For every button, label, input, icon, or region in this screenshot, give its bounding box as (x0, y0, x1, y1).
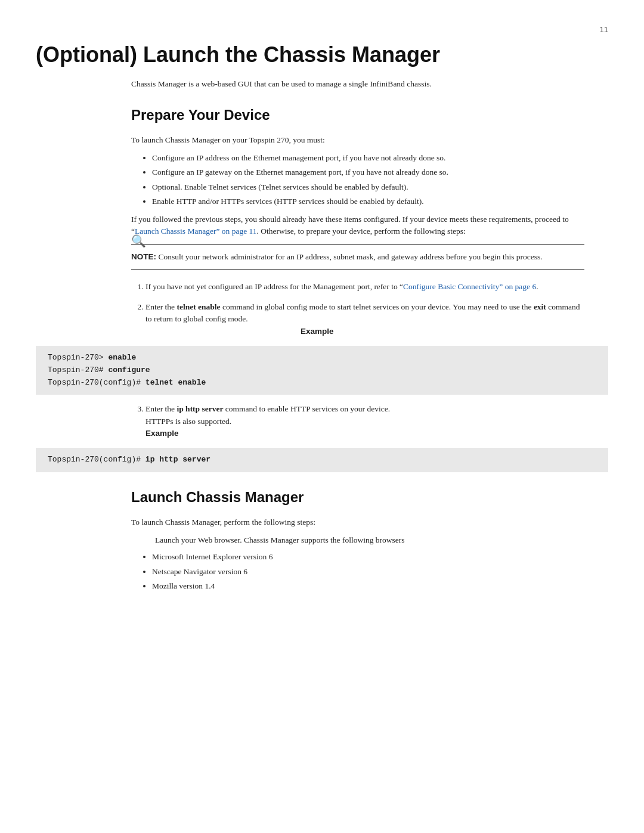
step-2-text: Enter the (145, 302, 177, 311)
step-1-text-before: If you have not yet configured an IP add… (145, 282, 403, 291)
launch-sub-intro: Launch your Web browser. Chassis Manager… (155, 534, 584, 546)
step-3-text2: command to enable HTTP services on your … (223, 404, 390, 413)
chapter-intro: Chassis Manager is a web-based GUI that … (131, 78, 608, 90)
code-block-1: Topspin-270> enable Topspin-270# configu… (36, 346, 608, 395)
note-label: NOTE: (131, 252, 156, 261)
browser-list: Microsoft Internet Explorer version 6 Ne… (152, 551, 584, 592)
browser-item: Netscape Navigator version 6 (152, 566, 584, 578)
step-3-cmd: ip http server (177, 404, 223, 413)
prepare-intro: To launch Chassis Manager on your Topspi… (131, 134, 584, 146)
step-1-link[interactable]: Configure Basic Connectivity” on page 6 (403, 282, 536, 291)
follow-text-after: . Otherwise, to prepare your device, per… (257, 227, 466, 236)
bullet-item: Enable HTTP and/or HTTPs services (HTTP … (152, 196, 584, 208)
page-number: 11 (36, 24, 608, 36)
bullet-item: Optional. Enable Telnet services (Telnet… (152, 181, 584, 193)
prepare-device-heading: Prepare Your Device (131, 104, 608, 126)
example-label-2: Example (145, 428, 584, 439)
launch-chassis-heading: Launch Chassis Manager (131, 487, 608, 508)
follow-text: If you followed the previous steps, you … (131, 213, 584, 238)
prepare-bullets: Configure an IP address on the Ethernet … (152, 152, 584, 208)
note-box: 🔍 NOTE: Consult your network administrat… (131, 244, 584, 270)
launch-intro: To launch Chassis Manager, perform the f… (131, 516, 584, 528)
browser-item: Mozilla version 1.4 (152, 580, 584, 592)
step-1: If you have not yet configured an IP add… (145, 281, 584, 293)
code-line-1-normal: Topspin-270> (48, 353, 108, 362)
browser-item: Microsoft Internet Explorer version 6 (152, 551, 584, 563)
note-text: NOTE: Consult your network administrator… (131, 251, 584, 263)
code2-line-1-normal: Topspin-270(config)# (48, 455, 145, 464)
step-3-text: Enter the (145, 404, 177, 413)
step-2-cmd1: telnet enable (177, 302, 220, 311)
step-2-cmd2: exit (534, 302, 546, 311)
code-line-1-bold: enable (108, 353, 136, 362)
chapter-title: (Optional) Launch the Chassis Manager (36, 42, 608, 67)
step-2: Enter the telnet enable command in globa… (145, 301, 584, 337)
note-body: Consult your network administrator for a… (156, 252, 543, 261)
code-line-3-bold: telnet enable (145, 378, 206, 387)
code2-line-1-bold: ip http server (145, 455, 210, 464)
step-1-text-after: . (536, 282, 538, 291)
code-line-2-normal: Topspin-270# (48, 366, 108, 374)
steps-list-2: Enter the ip http server command to enab… (131, 403, 584, 439)
step-2-text2: command in global config mode to start t… (221, 302, 534, 311)
follow-link[interactable]: Launch Chassis Manager” on page 11 (135, 227, 257, 236)
note-icon: 🔍 (131, 232, 146, 250)
step-3: Enter the ip http server command to enab… (145, 403, 584, 439)
steps-list: If you have not yet configured an IP add… (131, 281, 584, 337)
bullet-item: Configure an IP address on the Ethernet … (152, 152, 584, 164)
code-block-2: Topspin-270(config)# ip http server (36, 448, 608, 472)
code-line-3-normal: Topspin-270(config)# (48, 378, 145, 387)
step-3-extra: HTTPPs is also supported. (145, 417, 231, 426)
code-line-2-bold: configure (108, 366, 150, 374)
bullet-item: Configure an IP gateway on the Ethernet … (152, 166, 584, 178)
example-label-1: Example (301, 326, 584, 337)
